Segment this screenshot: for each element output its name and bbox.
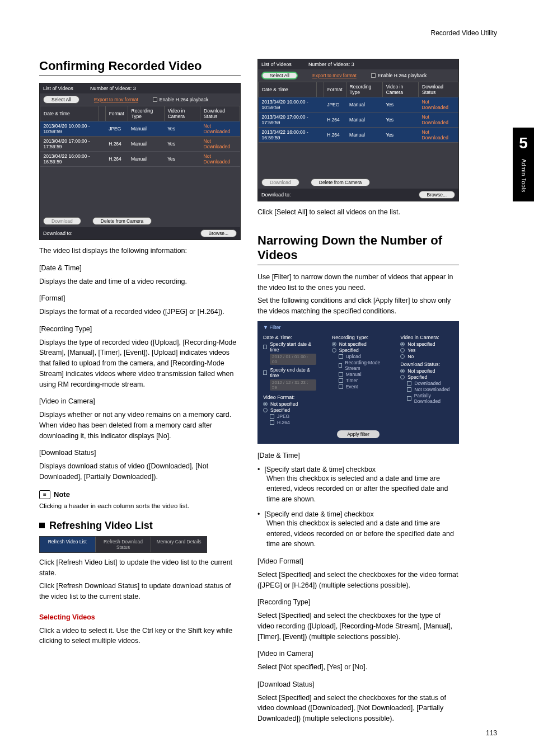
col-download-status[interactable]: Download Status	[200, 106, 240, 121]
narrow-intro-2: Set the following conditions and click […	[257, 295, 459, 317]
filter-rt-event-checkbox[interactable]: Event	[339, 384, 385, 389]
table-row[interactable]: 2013/04/20 17:00:00 - 17:59:59H.264Manua…	[40, 137, 240, 152]
col-date-time[interactable]: Date & Time	[259, 82, 317, 97]
filter-start-checkbox[interactable]: Specify start date & time	[263, 341, 316, 353]
col-recording-type[interactable]: Recording Type	[128, 106, 164, 121]
field-body: Displays the format of a recorded video …	[39, 307, 241, 317]
page-number: 113	[486, 729, 497, 737]
chapter-tab: 5 Admin Tools	[513, 128, 534, 201]
bullet-icon	[257, 466, 260, 473]
filter-recording-type-label: Recording Type:	[332, 335, 385, 340]
filter-datetime-label: Date & Time:	[263, 335, 316, 340]
heading-narrowing: Narrowing Down the Number of Videos	[257, 233, 459, 265]
field-label: [Video in Camera]	[39, 396, 241, 407]
filter-ds-partial-checkbox[interactable]: Partially Downloaded	[407, 393, 453, 404]
bullet-icon	[257, 510, 260, 518]
list-of-videos-label: List of Videos	[261, 62, 292, 67]
col-video-in-camera[interactable]: Video in Camera	[382, 82, 418, 97]
vf-label: [Video Format]	[257, 556, 459, 567]
select-all-button[interactable]: Select All	[43, 96, 79, 104]
field-body: Displays whether or not any video remain…	[39, 410, 241, 441]
video-list-panel-left: List of Videos Number of Videos: 3 Selec…	[39, 83, 241, 240]
table-row[interactable]: 2013/04/20 17:00:00 - 17:59:59H.264Manua…	[259, 112, 458, 128]
chapter-number: 5	[519, 134, 528, 152]
filter-vic-notspec-radio[interactable]: Not specified	[400, 341, 453, 347]
bullet-end-body: When this checkbox is selected and a dat…	[257, 518, 459, 550]
filter-rt-spec-radio[interactable]: Specified	[332, 348, 385, 353]
table-row[interactable]: 2013/04/20 10:00:00 - 10:59:59JPEGManual…	[259, 97, 458, 112]
download-button[interactable]: Download	[43, 217, 81, 225]
right-column: List of Videos Number of Videos: 3 Selec…	[257, 59, 459, 727]
browse-button[interactable]: Browse...	[419, 191, 455, 199]
rt-body: Select [Specified] and select the checkb…	[257, 611, 459, 642]
refresh-toolbar: Refresh Video List Refresh Download Stat…	[39, 536, 207, 553]
enable-h264-checkbox[interactable]: Enable H.264 playback	[153, 97, 208, 102]
vic-label: [Video in Camera]	[257, 649, 459, 659]
filter-vic-yes-radio[interactable]: Yes	[400, 348, 453, 353]
filter-rt-rms-checkbox[interactable]: Recording-Mode Stream	[339, 360, 385, 371]
delete-from-camera-button[interactable]: Delete from Camera	[92, 217, 152, 225]
filter-rt-timer-checkbox[interactable]: Timer	[339, 378, 385, 383]
filter-vf-spec-radio[interactable]: Specified	[263, 407, 316, 413]
browse-button[interactable]: Browse...	[200, 229, 237, 237]
video-list-panel-right: List of Videos Number of Videos: 3 Selec…	[257, 59, 459, 201]
field-label: [Date & Time]	[39, 263, 241, 274]
col-date-time[interactable]: Date & Time	[40, 106, 99, 121]
ds-body: Select [Specified] and select the checkb…	[257, 693, 459, 724]
bullet-end-head: [Specify end date & time] checkbox	[264, 510, 373, 518]
dt-label: [Date & Time]	[257, 450, 459, 461]
refresh-download-status-button[interactable]: Refresh Download Status	[96, 537, 152, 552]
left-column: Confirming Recorded Video List of Videos…	[39, 59, 241, 727]
filter-end-value[interactable]: 2012 / 12 / 31 23 : 59	[270, 379, 316, 391]
video-count-label: Number of Videos: 3	[90, 86, 136, 91]
col-recording-type[interactable]: Recording Type	[346, 82, 382, 97]
filter-ds-notdownloaded-checkbox[interactable]: Not Downloaded	[407, 387, 453, 392]
filter-vf-h264-checkbox[interactable]: H.264	[270, 420, 316, 425]
filter-ds-label: Download Status:	[400, 361, 453, 367]
filter-vic-no-radio[interactable]: No	[400, 354, 453, 359]
video-count-label: Number of Videos: 3	[308, 62, 354, 67]
rt-label: [Recording Type]	[257, 597, 459, 608]
delete-from-camera-button[interactable]: Delete from Camera	[311, 179, 371, 186]
col-download-status[interactable]: Download Status	[419, 82, 458, 97]
col-video-in-camera[interactable]: Video in Camera	[164, 106, 200, 121]
apply-filter-button[interactable]: Apply filter	[337, 430, 380, 438]
table-row[interactable]: 2013/04/22 16:00:00 - 16:59:59H.264Manua…	[40, 152, 240, 167]
filter-ds-downloaded-checkbox[interactable]: Downloaded	[407, 381, 453, 386]
header-breadcrumb: Recorded Video Utility	[430, 29, 497, 37]
filter-end-checkbox[interactable]: Specify end date & time	[263, 367, 316, 378]
filter-vf-notspec-radio[interactable]: Not specified	[263, 401, 316, 407]
refresh-p2: Click [Refresh Download Status] to updat…	[39, 581, 241, 602]
select-all-button[interactable]: Select All	[261, 72, 298, 79]
heading-confirming: Confirming Recorded Video	[39, 59, 241, 76]
video-table: Date & Time Format Recording Type Video …	[258, 82, 458, 143]
chapter-label: Admin Tools	[521, 159, 527, 192]
heading-refreshing: Refreshing Video List	[39, 520, 241, 532]
filter-ds-spec-radio[interactable]: Specified	[400, 374, 453, 380]
list-of-videos-label: List of Videos	[43, 86, 73, 91]
memory-card-details-button[interactable]: Memory Card Details	[151, 537, 207, 552]
table-row[interactable]: 2013/04/20 10:00:00 - 10:59:59JPEGManual…	[40, 121, 240, 137]
table-row[interactable]: 2013/04/22 16:00:00 - 16:59:59H.264Manua…	[259, 128, 458, 143]
field-label: [Download Status]	[39, 448, 241, 458]
col-format[interactable]: Format	[105, 106, 128, 121]
filter-rt-notspec-radio[interactable]: Not specified	[332, 341, 385, 347]
download-to-label: Download to:	[43, 231, 73, 236]
download-button[interactable]: Download	[261, 179, 299, 186]
filter-start-value[interactable]: 2012 / 01 / 01 00 : 00	[270, 354, 316, 365]
filter-ds-notspec-radio[interactable]: Not specified	[400, 368, 453, 374]
export-mov-link[interactable]: Export to mov format	[312, 73, 357, 78]
col-format[interactable]: Format	[324, 82, 346, 97]
filter-rt-upload-checkbox[interactable]: Upload	[339, 354, 385, 359]
filter-vf-jpeg-checkbox[interactable]: JPEG	[270, 414, 316, 419]
vic-body: Select [Not specified], [Yes] or [No].	[257, 662, 459, 673]
export-mov-link[interactable]: Export to mov format	[94, 97, 138, 102]
vf-body: Select [Specified] and select the checkb…	[257, 570, 459, 591]
enable-h264-checkbox[interactable]: Enable H.264 playback	[371, 73, 427, 78]
filter-title[interactable]: ▼ Filter	[263, 325, 453, 330]
refresh-p1: Click [Refresh Video List] to update the…	[39, 557, 241, 579]
note-label: Note	[54, 490, 70, 499]
filter-rt-manual-checkbox[interactable]: Manual	[339, 372, 385, 377]
download-to-label: Download to:	[261, 192, 291, 198]
refresh-video-list-button[interactable]: Refresh Video List	[40, 537, 96, 552]
